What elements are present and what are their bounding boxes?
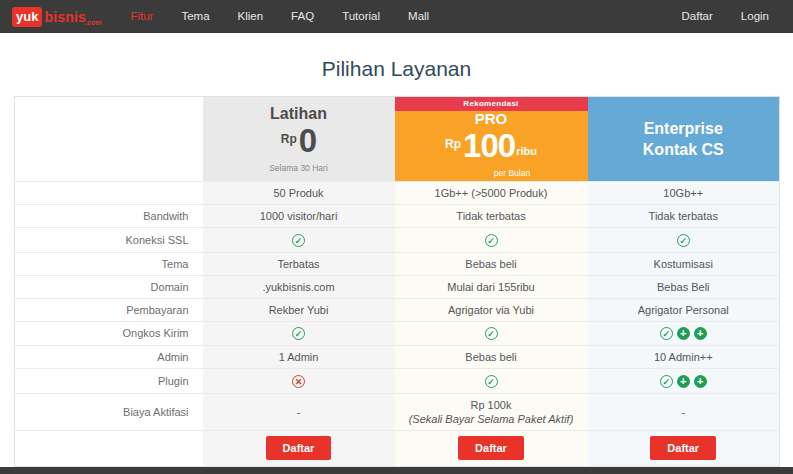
cross-icon: ✕ — [292, 375, 305, 388]
check-icon: ✓ — [485, 375, 498, 388]
row-label: Pembayaran — [15, 298, 203, 321]
page-title: Pilihan Layanan — [0, 57, 793, 81]
nav-item-klien[interactable]: Klien — [224, 0, 278, 33]
cell-pro: Bebas beli — [395, 346, 588, 369]
pricing-table: Latihan Rp0 Selama 30 Hari Rekomendasi P… — [14, 96, 780, 467]
row-label: Ongkos Kirim — [15, 321, 203, 346]
cell-latihan: 1 Admin — [203, 346, 395, 369]
cell-latihan: ✓ — [203, 321, 395, 346]
cell-enterprise: 10Gb++ — [588, 182, 780, 205]
plan-header-row: Latihan Rp0 Selama 30 Hari Rekomendasi P… — [15, 97, 780, 182]
plan-price-latihan: Rp0 — [203, 123, 395, 163]
cell-enterprise: 10 Admin++ — [588, 346, 780, 369]
header-empty-cell — [15, 97, 203, 182]
plan-name-enterprise-line1: Enterprise — [588, 118, 780, 139]
table-row-koneksi-ssl: Koneksi SSL ✓ ✓ ✓ — [15, 228, 780, 253]
daftar-button-latihan[interactable]: Daftar — [266, 436, 332, 460]
logo-name: bisnis — [44, 9, 86, 25]
table-row-ongkos-kirim: Ongkos Kirim ✓ ✓ ✓++ — [15, 321, 780, 346]
plan-name-pro: PRO — [395, 110, 588, 128]
table-row-biaya-aktifasi: Biaya Aktifasi - Rp 100k (Sekali Bayar S… — [15, 393, 780, 430]
cta-cell-latihan: Daftar — [203, 430, 395, 466]
plus-icon: + — [677, 327, 690, 340]
nav-item-daftar[interactable]: Daftar — [668, 0, 727, 33]
price-unit: ribu — [516, 145, 537, 157]
plan-header-pro: Rekomendasi PRO Rp100ribu per Bulan — [395, 97, 588, 182]
nav-item-tema[interactable]: Tema — [167, 0, 223, 33]
price-currency: Rp — [445, 137, 461, 151]
table-row-cta: Daftar Daftar Daftar — [15, 430, 780, 466]
cell-pro: Bebas beli — [395, 252, 588, 275]
cell-pro: Tidak terbatas — [395, 205, 588, 228]
table-row-pembayaran: Pembayaran Rekber Yubi Agrigator via Yub… — [15, 298, 780, 321]
plan-note-latihan: Selama 30 Hari — [203, 163, 395, 173]
row-label: Koneksi SSL — [15, 228, 203, 253]
table-row-bandwith: Bandwith 1000 visitor/hari Tidak terbata… — [15, 205, 780, 228]
cell-pro: Rp 100k (Sekali Bayar Selama Paket Aktif… — [395, 393, 588, 430]
cell-latihan: - — [203, 393, 395, 430]
cell-pro: ✓ — [395, 321, 588, 346]
cell-latihan: ✓ — [203, 228, 395, 253]
check-icon: ✓ — [485, 327, 498, 340]
pricing-table-wrap: Latihan Rp0 Selama 30 Hari Rekomendasi P… — [14, 96, 779, 467]
table-row-plugin: Plugin ✕ ✓ ✓++ — [15, 369, 780, 394]
plan-header-enterprise: Enterprise Kontak CS — [588, 97, 780, 182]
nav-item-faq[interactable]: FAQ — [277, 0, 328, 33]
row-label: Bandwith — [15, 205, 203, 228]
row-label: Tema — [15, 252, 203, 275]
navbar: yuk bisnis .com Fitur Tema Klien FAQ Tut… — [0, 0, 793, 33]
price-currency: Rp — [281, 132, 297, 146]
footer-bar — [0, 467, 793, 474]
table-row-admin: Admin 1 Admin Bebas beli 10 Admin++ — [15, 346, 780, 369]
check-icon: ✓ — [677, 234, 690, 247]
cell-latihan: .yukbisnis.com — [203, 275, 395, 298]
cell-pro: Mulai dari 155ribu — [395, 275, 588, 298]
cell-pro: ✓ — [395, 369, 588, 394]
logo-badge: yuk — [12, 7, 42, 27]
cell-enterprise: Tidak terbatas — [588, 205, 780, 228]
row-label: Plugin — [15, 369, 203, 394]
yukbisnis-logo[interactable]: yuk bisnis .com — [12, 7, 102, 27]
nav-menu: Fitur Tema Klien FAQ Tutorial Mall — [116, 0, 443, 33]
cell-enterprise: ✓ — [588, 228, 780, 253]
cta-cell-enterprise: Daftar — [588, 430, 780, 466]
nav-item-mall[interactable]: Mall — [394, 0, 443, 33]
cell-enterprise: Bebas Beli — [588, 275, 780, 298]
check-icon: ✓ — [292, 234, 305, 247]
cta-empty-cell — [15, 430, 203, 466]
table-row-produk: 50 Produk 1Gb++ (>5000 Produk) 10Gb++ — [15, 182, 780, 205]
cell-pro: ✓ — [395, 228, 588, 253]
plus-icon: + — [694, 327, 707, 340]
check-icon: ✓ — [485, 234, 498, 247]
cell-pro: Agrigator via Yubi — [395, 298, 588, 321]
plan-price-pro: Rp100ribu — [395, 128, 588, 168]
nav-item-login[interactable]: Login — [727, 0, 783, 33]
plan-note-pro: per Bulan — [437, 168, 588, 178]
row-label: Domain — [15, 275, 203, 298]
cell-latihan: 1000 visitor/hari — [203, 205, 395, 228]
cell-enterprise: Kostumisasi — [588, 252, 780, 275]
cell-latihan: ✕ — [203, 369, 395, 394]
row-label: Biaya Aktifasi — [15, 393, 203, 430]
check-icon: ✓ — [660, 327, 673, 340]
plan-header-latihan: Latihan Rp0 Selama 30 Hari — [203, 97, 395, 182]
nav-item-tutorial[interactable]: Tutorial — [328, 0, 394, 33]
cell-latihan: 50 Produk — [203, 182, 395, 205]
plus-icon: + — [677, 375, 690, 388]
row-label — [15, 182, 203, 205]
daftar-button-pro[interactable]: Daftar — [458, 436, 524, 460]
table-row-tema: Tema Terbatas Bebas beli Kostumisasi — [15, 252, 780, 275]
cell-enterprise: - — [588, 393, 780, 430]
cta-cell-pro: Daftar — [395, 430, 588, 466]
cell-latihan: Rekber Yubi — [203, 298, 395, 321]
nav-item-fitur[interactable]: Fitur — [116, 0, 167, 33]
plan-name-latihan: Latihan — [203, 105, 395, 123]
biaya-pro-note: (Sekali Bayar Selama Paket Aktif) — [401, 412, 582, 426]
nav-right: Daftar Login — [668, 0, 783, 33]
logo-tld: .com — [85, 19, 101, 26]
cell-enterprise: ✓++ — [588, 321, 780, 346]
plus-icon: + — [694, 375, 707, 388]
biaya-pro-amount: Rp 100k — [471, 399, 512, 411]
daftar-button-enterprise[interactable]: Daftar — [650, 436, 716, 460]
check-icon: ✓ — [292, 327, 305, 340]
